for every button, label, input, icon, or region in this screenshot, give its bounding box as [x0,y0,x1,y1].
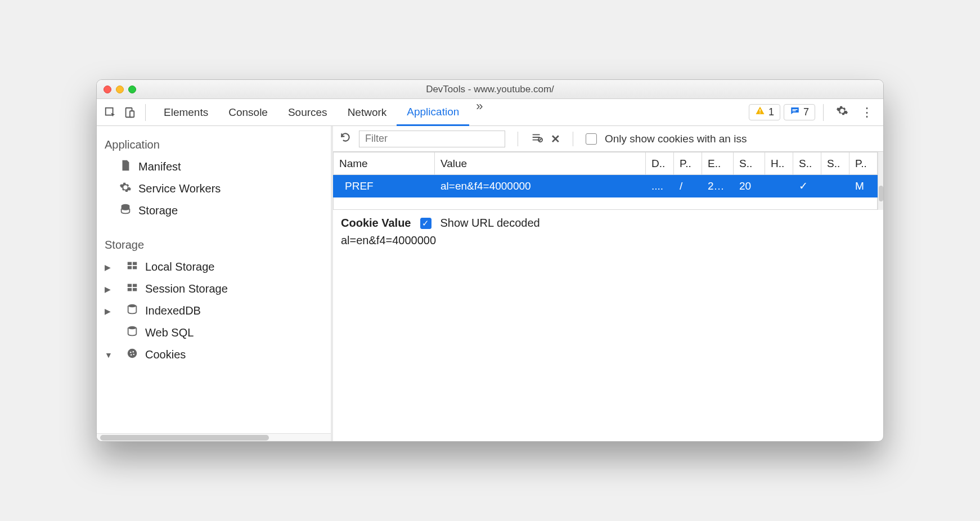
col-path[interactable]: P.. [674,152,702,175]
settings-icon[interactable] [831,105,853,120]
application-sidebar: Application Manifest Service Workers Sto… [97,126,333,441]
only-issue-label: Only show cookies with an iss [605,133,747,145]
svg-rect-5 [792,109,797,110]
warnings-count: 1 [768,106,774,118]
sidebar-item-label: IndexedDB [145,304,201,317]
sidebar-item-session-storage[interactable]: ▶ Session Storage [97,278,331,300]
filter-input[interactable] [359,131,505,147]
sidebar-item-label: Manifest [138,160,181,173]
svg-rect-14 [128,288,132,291]
cell-name: PREF [334,175,435,197]
col-priority[interactable]: P.. [849,152,878,175]
svg-rect-8 [128,262,132,266]
cell-priority: M [849,175,878,197]
col-httponly[interactable]: H.. [765,152,793,175]
col-size[interactable]: S.. [734,152,765,175]
cell-samesite [821,175,849,197]
sidebar-item-manifest[interactable]: Manifest [97,156,331,178]
separator [573,132,573,146]
sidebar-item-storage[interactable]: Storage [97,200,331,222]
db-icon [119,203,132,218]
sidebar-item-cookies[interactable]: ▼ Cookies [97,344,331,366]
col-value[interactable]: Value [435,152,646,175]
device-toggle-icon[interactable] [122,105,137,120]
sidebar-item-label: Web SQL [145,326,194,339]
tab-application[interactable]: Application [397,99,469,126]
devtools-window: DevTools - www.youtube.com/ Elements Con… [96,79,884,442]
messages-badge[interactable]: 7 [784,104,815,120]
messages-count: 7 [803,106,809,118]
sidebar-item-service-workers[interactable]: Service Workers [97,178,331,200]
panel-body: Application Manifest Service Workers Sto… [97,126,883,441]
svg-rect-4 [759,113,761,114]
delete-icon[interactable]: ✕ [551,132,560,146]
sidebar-item-label: Cookies [145,348,186,361]
tab-network[interactable]: Network [338,99,397,125]
chevron-right-icon: ▶ [105,307,113,316]
svg-rect-10 [128,266,132,270]
db-icon [126,325,138,340]
only-issue-checkbox[interactable] [586,133,597,145]
svg-point-21 [131,354,132,356]
tab-sources[interactable]: Sources [278,99,338,125]
cell-domain: .... [646,175,674,197]
cookie-value-heading: Cookie Value [341,217,411,230]
table-vertical-scrollbar[interactable] [878,152,883,210]
warnings-badge[interactable]: 1 [749,104,780,120]
sidebar-section-storage: Storage [97,232,331,256]
show-url-decoded-checkbox[interactable] [420,218,431,229]
tab-elements[interactable]: Elements [154,99,218,125]
col-name[interactable]: Name [334,152,435,175]
refresh-icon[interactable] [340,132,351,146]
cookies-panel: ✕ Only show cookies with an iss Name Val… [333,126,883,441]
cookies-toolbar: ✕ Only show cookies with an iss [333,126,883,152]
separator [145,104,146,121]
chevron-right-icon: ▶ [105,263,113,272]
panel-tabs: Elements Console Sources Network Applica… [154,99,490,125]
separator [823,104,824,121]
svg-point-19 [130,352,131,353]
sidebar-item-local-storage[interactable]: ▶ Local Storage [97,256,331,278]
chevron-down-icon: ▼ [105,351,113,360]
col-expires[interactable]: E.. [702,152,734,175]
cookie-value-text: al=en&f4=4000000 [341,234,875,247]
svg-point-20 [133,351,134,352]
message-icon [790,106,800,119]
svg-rect-6 [792,110,795,111]
titlebar: DevTools - www.youtube.com/ [97,80,883,99]
svg-rect-15 [133,288,137,291]
more-tabs-icon[interactable]: » [469,99,489,125]
devtools-toolbar: Elements Console Sources Network Applica… [97,99,883,126]
svg-point-17 [128,326,137,330]
svg-point-18 [128,349,137,358]
sidebar-horizontal-scrollbar[interactable] [97,433,331,441]
col-samesite[interactable]: S.. [821,152,849,175]
tab-console[interactable]: Console [218,99,278,125]
warning-icon [755,106,765,119]
table-row-empty [334,197,878,210]
cell-value: al=en&f4=4000000 [435,175,646,197]
cookie-value-panel: Cookie Value Show URL decoded al=en&f4=4… [333,210,883,254]
svg-rect-13 [133,284,137,288]
sidebar-item-websql[interactable]: ▶ Web SQL [97,322,331,344]
table-icon [126,259,138,275]
col-secure[interactable]: S.. [793,152,821,175]
show-url-decoded-label: Show URL decoded [440,217,540,230]
gear-icon [119,181,132,196]
cell-path: / [674,175,702,197]
table-row[interactable]: PREF al=en&f4=4000000 .... / 2… 20 ✓ M [334,175,878,197]
db-icon [126,303,138,318]
inspect-icon[interactable] [102,105,118,120]
kebab-menu-icon[interactable]: ⋮ [856,105,878,120]
sidebar-item-label: Storage [138,204,178,217]
file-icon [119,159,132,174]
sidebar-item-label: Service Workers [138,182,221,195]
clear-all-icon[interactable] [531,131,543,146]
window-title: DevTools - www.youtube.com/ [97,84,883,95]
sidebar-item-indexeddb[interactable]: ▶ IndexedDB [97,300,331,322]
svg-rect-11 [133,266,137,270]
cookies-table: Name Value D.. P.. E.. S.. H.. S.. S.. P… [333,152,878,210]
sidebar-item-label: Local Storage [145,260,214,273]
svg-rect-9 [133,262,137,266]
col-domain[interactable]: D.. [646,152,674,175]
